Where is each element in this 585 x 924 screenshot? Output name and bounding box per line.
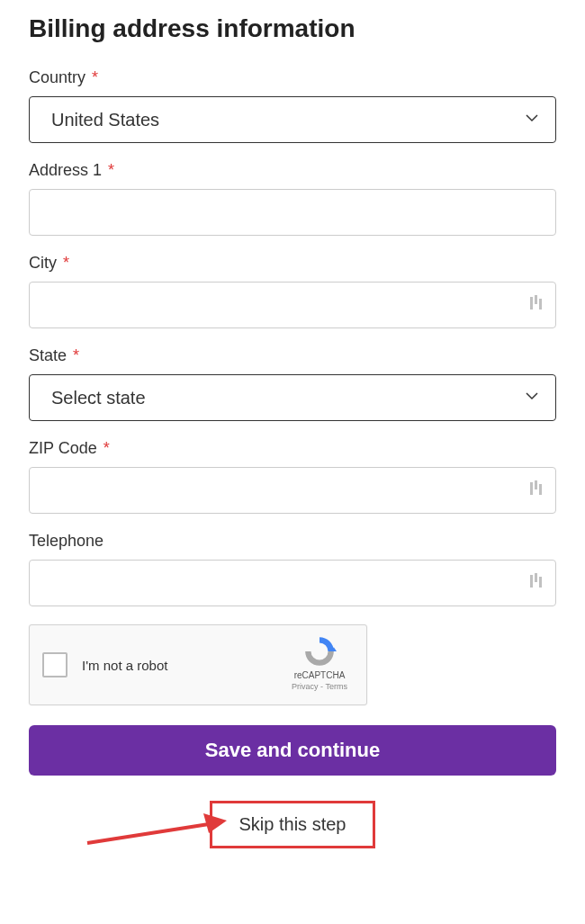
svg-rect-5 (539, 484, 542, 495)
zip-label-text: ZIP Code (29, 439, 97, 457)
svg-rect-7 (535, 573, 537, 582)
recaptcha-brand: reCAPTCHA Privacy - Terms (284, 634, 356, 691)
recaptcha-widget: I'm not a robot reCAPTCHA Privacy - Term… (29, 624, 367, 705)
state-value: Select state (51, 388, 146, 408)
state-select[interactable]: Select state (29, 374, 556, 421)
city-label-text: City (29, 254, 57, 272)
state-label-text: State (29, 346, 67, 364)
svg-rect-0 (530, 297, 533, 309)
svg-rect-8 (539, 577, 542, 588)
autofill-icon (530, 295, 543, 315)
country-value: United States (51, 110, 159, 130)
svg-rect-1 (535, 295, 537, 304)
address1-label-text: Address 1 (29, 161, 102, 179)
address1-input-wrapper (29, 189, 556, 236)
telephone-label-text: Telephone (29, 532, 104, 550)
state-label: State * (29, 346, 556, 365)
required-mark: * (108, 161, 114, 179)
city-input[interactable] (30, 283, 555, 327)
telephone-label: Telephone (29, 532, 556, 551)
required-mark: * (63, 254, 69, 272)
field-country: Country * United States (29, 68, 556, 143)
recaptcha-privacy-link[interactable]: Privacy (292, 682, 319, 691)
required-mark: * (92, 68, 98, 86)
svg-rect-6 (530, 575, 533, 588)
field-telephone: Telephone (29, 532, 556, 606)
zip-input-wrapper (29, 467, 556, 514)
recaptcha-brand-name: reCAPTCHA (284, 670, 356, 680)
skip-button-highlight: Skip this step (210, 801, 376, 848)
svg-rect-2 (539, 299, 542, 309)
zip-input[interactable] (30, 468, 555, 513)
svg-rect-3 (530, 482, 533, 495)
country-label-text: Country (29, 68, 86, 86)
autofill-icon (530, 573, 543, 593)
telephone-input[interactable] (30, 561, 555, 606)
country-select[interactable]: United States (29, 96, 556, 143)
city-input-wrapper (29, 282, 556, 328)
recaptcha-label: I'm not a robot (82, 658, 167, 673)
field-zip: ZIP Code * (29, 439, 556, 514)
address1-label: Address 1 * (29, 161, 556, 180)
zip-label: ZIP Code * (29, 439, 556, 458)
page-title: Billing address information (29, 14, 556, 43)
telephone-input-wrapper (29, 560, 556, 606)
field-state: State * Select state (29, 346, 556, 421)
recaptcha-terms-link[interactable]: Terms (325, 682, 347, 691)
skip-row: Skip this step (29, 801, 556, 848)
required-mark: * (104, 439, 110, 457)
recaptcha-checkbox[interactable] (42, 652, 68, 677)
chevron-down-icon (525, 111, 539, 129)
city-label: City * (29, 254, 556, 273)
save-continue-button[interactable]: Save and continue (29, 725, 556, 776)
svg-line-10 (87, 824, 209, 843)
address1-input[interactable] (30, 190, 555, 235)
chevron-down-icon (525, 389, 539, 407)
recaptcha-brand-links: Privacy - Terms (284, 682, 356, 691)
field-city: City * (29, 254, 556, 328)
skip-step-button[interactable]: Skip this step (239, 814, 346, 835)
autofill-icon (530, 480, 543, 500)
svg-rect-4 (535, 480, 537, 489)
field-address1: Address 1 * (29, 161, 556, 236)
country-label: Country * (29, 68, 556, 87)
recaptcha-icon (302, 634, 337, 668)
required-mark: * (73, 346, 79, 364)
